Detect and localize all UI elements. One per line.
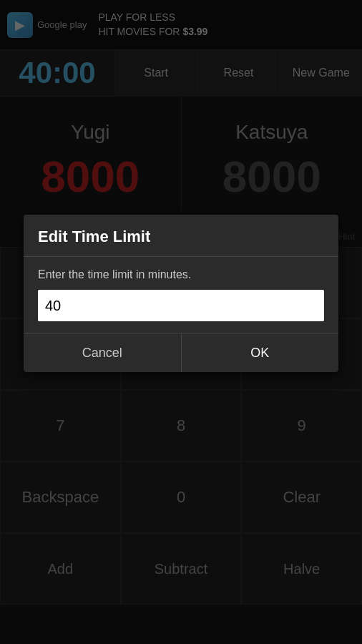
cancel-button[interactable]: Cancel	[24, 333, 181, 372]
ok-button[interactable]: OK	[181, 333, 339, 372]
modal-header: Edit Time Limit	[24, 215, 338, 257]
modal-actions: Cancel OK	[24, 333, 338, 372]
time-limit-input[interactable]	[38, 290, 324, 321]
modal-overlay: Edit Time Limit Enter the time limit in …	[0, 0, 362, 644]
modal-body: Enter the time limit in minutes.	[24, 257, 338, 333]
modal-title: Edit Time Limit	[38, 228, 324, 246]
modal-dialog: Edit Time Limit Enter the time limit in …	[24, 215, 338, 372]
modal-description: Enter the time limit in minutes.	[38, 268, 324, 281]
